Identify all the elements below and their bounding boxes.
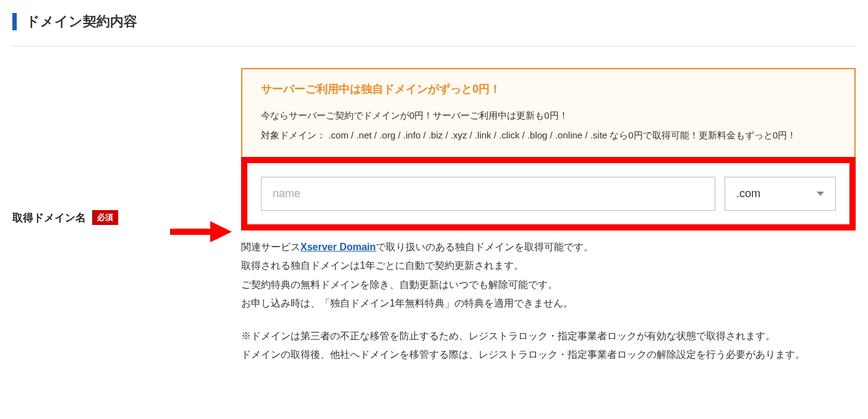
- promo-box: サーバーご利用中は独自ドメインがずっと0円！ 今ならサーバーご契約でドメインが0…: [241, 68, 856, 158]
- domain-name-input[interactable]: [261, 177, 715, 211]
- section-title: ドメイン契約内容: [26, 12, 137, 31]
- arrow-icon: [170, 219, 232, 244]
- required-badge: 必須: [92, 210, 118, 225]
- note-line5: ※ドメインは第三者の不正な移管を防止するため、レジストラロック・指定事業者ロック…: [241, 327, 856, 345]
- promo-title: サーバーご利用中は独自ドメインがずっと0円！: [261, 82, 836, 96]
- field-column: サーバーご利用中は独自ドメインがずっと0円！ 今ならサーバーご契約でドメインが0…: [241, 68, 856, 364]
- note-line1-suffix: で取り扱いのある独自ドメインを取得可能です。: [376, 242, 594, 252]
- tld-selected-value: .com: [736, 187, 760, 200]
- domain-notes: 関連サービスXserver Domainで取り扱いのある独自ドメインを取得可能で…: [241, 238, 856, 364]
- note-line4: お申し込み時は、「独自ドメイン1年無料特典」の特典を適用できません。: [241, 294, 856, 313]
- note-line3: ご契約特典の無料ドメインを除き、自動更新はいつでも解除可能です。: [241, 276, 856, 294]
- label-column: 取得ドメイン名 必須: [12, 68, 241, 225]
- svg-marker-1: [210, 221, 232, 242]
- form-row: 取得ドメイン名 必須 サーバーご利用中は独自ドメインがずっと0円！ 今ならサーバ…: [12, 68, 856, 364]
- note-line6: ドメインの取得後、他社へドメインを移管する際は、レジストラロック・指定事業者ロッ…: [241, 345, 856, 364]
- field-label: 取得ドメイン名: [12, 211, 86, 225]
- chevron-down-icon: [817, 192, 824, 196]
- promo-body: 今ならサーバーご契約でドメインが0円！サーバーご利用中は更新も0円！ 対象ドメイ…: [261, 106, 836, 145]
- accent-bar: [12, 13, 17, 30]
- xserver-domain-link[interactable]: Xserver Domain: [300, 242, 376, 252]
- section-header: ドメイン契約内容: [12, 12, 856, 46]
- note-line1-prefix: 関連サービス: [241, 242, 300, 252]
- note-line2: 取得される独自ドメインは1年ごとに自動で契約更新されます。: [241, 256, 856, 275]
- tld-select[interactable]: .com: [725, 177, 836, 211]
- domain-input-highlight: .com: [241, 157, 856, 231]
